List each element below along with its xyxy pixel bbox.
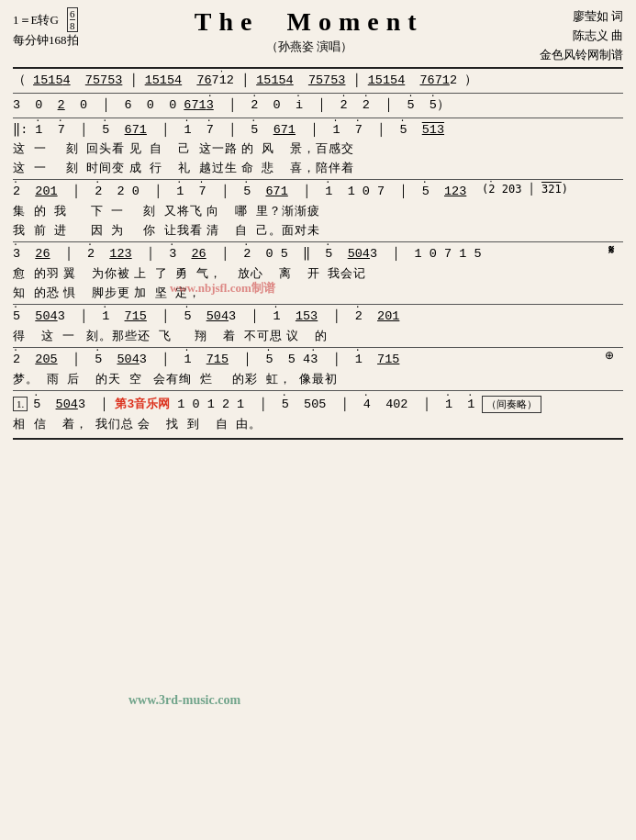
section7-wrapper: ⊕ 2· 205 │ 5· 5043 │ 1· 715 │ 5· 5 43· │… (13, 351, 623, 369)
section5-lyric2: 知 的恐 惧 脚步更 加 坚 定， (13, 285, 623, 301)
section5-wrapper: 𝄋 3· 26 │ 2· 123 │ 3· 26 │ 2· 0 5 ‖ 5· 5… (13, 245, 623, 263)
composer: 陈志义 曲 (540, 27, 623, 46)
section6-lyric1: 得 这 一 刻。那些还 飞 翔 着 不可思 议 的 (13, 328, 623, 344)
key-info: 1＝E转G 6 8 (13, 7, 79, 32)
section6-notation: 5· 5043 │ 1· 715 │ 5· 5043 │ 1· 153 │ 2·… (13, 308, 623, 326)
section7-lyric1: 梦。 雨 后 的天 空 会有绚 烂 的彩 虹， 像最初 (13, 371, 623, 387)
score-container: 1＝E转G 6 8 每分钟168拍 The Moment （孙燕姿 演唱） 廖莹… (9, 7, 627, 440)
song-title: The Moment (79, 7, 541, 37)
tempo: 每分钟168拍 (13, 32, 79, 49)
divider6 (13, 347, 623, 348)
divider3 (13, 179, 623, 180)
section8-notation: 5· 5043 │ 第3音乐网 1 0 1 2 1 │ 5· 505 │ 4· … (33, 396, 474, 414)
section4-lyric2: 我 前 进 因 为 你 让我看 清 自 己。面对未 (13, 222, 623, 239)
bottom-divider (13, 438, 623, 440)
divider4 (13, 241, 623, 242)
intro-notation: （ 15154 75753 │ 15154 7671·2 │ 15154 757… (13, 72, 623, 90)
page: 1＝E转G 6 8 每分钟168拍 The Moment （孙燕姿 演唱） 廖莹… (0, 0, 636, 840)
section4-lyric1: 集 的 我 下 一 刻 又将飞 向 哪 里？渐渐疲 (13, 203, 623, 219)
section4: (2· 203 │ 321) 2· 201 │ 2· 2 0 │ 1· 7· │… (13, 183, 623, 239)
section5: 𝄋 3· 26 │ 2· 123 │ 3· 26 │ 2· 0 5 ‖ 5· 5… (13, 245, 623, 301)
section7-notation: 2· 205 │ 5· 5043 │ 1· 715 │ 5· 5 43· │ 1… (13, 351, 623, 369)
time-signature: 6 8 (67, 7, 78, 32)
divider1 (13, 93, 623, 94)
section3-lyric1: 这 一 刻 回头看 见 自 己 这一路 的 风 景，百感交 (13, 140, 623, 157)
header-row: 1＝E转G 6 8 每分钟168拍 The Moment （孙燕姿 演唱） 廖莹… (13, 7, 623, 64)
segno-sign: 𝄋 (608, 243, 614, 258)
section8-lyric1: 相 信 着， 我们总 会 找 到 自 由。 (13, 416, 623, 432)
divider7 (13, 390, 623, 391)
interlude-label: （间奏略） (482, 396, 541, 413)
section8-wrapper: 1. 5· 5043 │ 第3音乐网 1 0 1 2 1 │ 5· 505 │ … (13, 394, 623, 416)
header-left: 1＝E转G 6 8 每分钟168拍 (13, 7, 79, 49)
section2-notation: 3 0 2 0 │ 6 0 0 6713· │ 2· 0 i· │ 2· 2· … (13, 96, 623, 115)
arranger: 金色风铃网制谱 (540, 46, 623, 65)
section7: ⊕ 2· 205 │ 5· 5043 │ 1· 715 │ 5· 5 43· │… (13, 351, 623, 387)
watermark2: www.3rd-music.com (128, 693, 240, 708)
section3-lyric2: 这 一 刻 时间变 成 行 礼 越过生 命 悲 喜，陪伴着 (13, 160, 623, 176)
intro-section: （ 15154 75753 │ 15154 7671·2 │ 15154 757… (13, 72, 623, 90)
section8: 1. 5· 5043 │ 第3音乐网 1 0 1 2 1 │ 5· 505 │ … (13, 394, 623, 432)
performer: （孙燕姿 演唱） (79, 39, 541, 55)
circle-plus: ⊕ (605, 349, 614, 363)
key-label: 1＝E转G (13, 12, 59, 28)
header-right: 廖莹如 词 陈志义 曲 金色风铃网制谱 (540, 7, 623, 64)
section5-lyric1: 愈 的羽 翼 为你被 上 了 勇 气， 放心 离 开 我会记 (13, 265, 623, 282)
section6: 5· 5043 │ 1· 715 │ 5· 5043 │ 1· 153 │ 2·… (13, 308, 623, 344)
section3: ‖: 1· 7· │ 5· 671 │ 1· 7· │ 5· 671 │ 1· … (13, 121, 623, 177)
repeat-box: 1. (13, 397, 28, 411)
section2: 3 0 2 0 │ 6 0 0 6713· │ 2· 0 i· │ 2· 2· … (13, 96, 623, 115)
section5-notation: 3· 26 │ 2· 123 │ 3· 26 │ 2· 0 5 ‖ 5· 504… (13, 245, 623, 263)
lyricist: 廖莹如 词 (540, 7, 623, 27)
top-divider (13, 67, 623, 69)
header-center: The Moment （孙燕姿 演唱） (79, 7, 541, 55)
extra-bracket: (2· 203 │ 321) (482, 183, 568, 196)
section4-notation-wrapper: (2· 203 │ 321) 2· 201 │ 2· 2 0 │ 1· 7· │… (13, 183, 623, 201)
section3-notation: ‖: 1· 7· │ 5· 671 │ 1· 7· │ 5· 671 │ 1· … (13, 121, 623, 140)
